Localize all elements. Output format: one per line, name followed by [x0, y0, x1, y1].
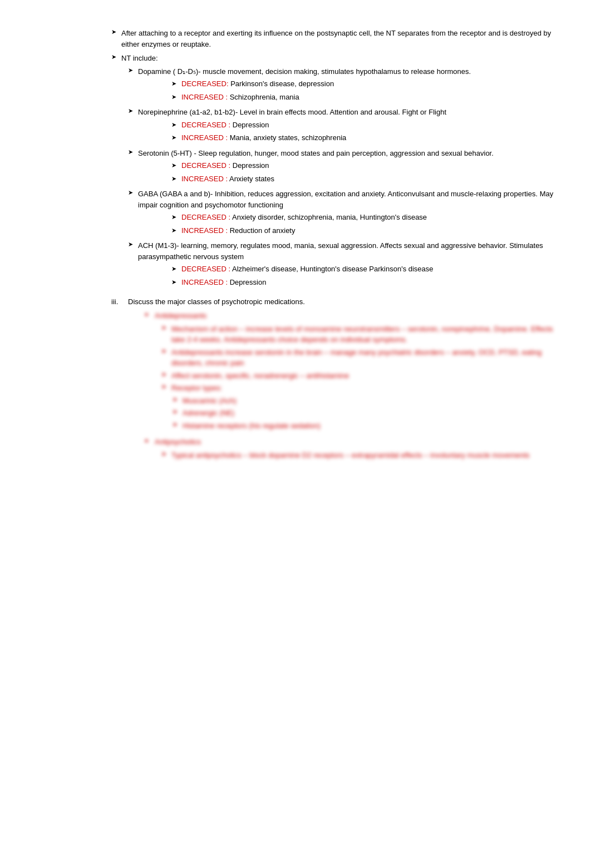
- increased-bullet-s: ➤: [171, 173, 181, 183]
- ach-increased-text: INCREASED : Depression: [181, 277, 558, 288]
- decreased-bullet-g: ➤: [171, 212, 181, 222]
- increased-bullet-n: ➤: [171, 132, 181, 142]
- serotonin-decreased-text: DECREASED : Depression: [181, 160, 558, 171]
- page-content: ➤ After attaching to a receptor and exer…: [0, 17, 591, 473]
- dopamine-bullet: ➤: [128, 66, 138, 74]
- bullet-symbol-2: ➤: [111, 53, 121, 61]
- antidepressants-sub-4: ➤ Receptor types:: [161, 383, 558, 394]
- norepi-bullet: ➤: [128, 107, 138, 115]
- serotonin-decreased: ➤ DECREASED : Depression: [171, 160, 558, 171]
- antidepressants-sub-1: ➤ Mechanism of action – increase levels …: [161, 324, 558, 345]
- ap-sub1-text: Typical antipsychotics – block dopamine …: [171, 450, 558, 461]
- section-iii-label: iii.: [111, 297, 128, 306]
- sub5-text: Muscarinic (Ach): [183, 395, 558, 406]
- dopamine-increased-text: INCREASED : Schizophrenia, mania: [181, 92, 558, 103]
- dopamine-decreased: ➤ DECREASED: Parkinson's disease, depres…: [171, 78, 558, 90]
- serotonin-bullet: ➤: [128, 148, 138, 156]
- antidepressants-sub-3: ➤ Affect serotonin, specific, noradrener…: [161, 370, 558, 381]
- antipsychotics-bullet: ●: [145, 437, 155, 444]
- sub3-bullet: ➤: [161, 370, 171, 378]
- serotonin-text: Serotonin (5-HT) - Sleep regulation, hun…: [138, 148, 558, 187]
- gaba-text: GABA (GABA a and b)- Inhibition, reduces…: [138, 189, 558, 238]
- ap-sub1-bullet: ➤: [161, 450, 171, 458]
- antidepressants-label: Antidepressants: [155, 310, 558, 321]
- norepi-text: Norepinephrine (a1-a2, b1-b2)- Level in …: [138, 107, 558, 146]
- gaba-increased-text: INCREASED : Reduction of anxiety: [181, 225, 558, 236]
- section-iii: iii. Discuss the major classes of psycho…: [111, 297, 558, 306]
- antipsychotics-sub-1: ➤ Typical antipsychotics – block dopamin…: [161, 450, 558, 461]
- serotonin-item: ➤ Serotonin (5-HT) - Sleep regulation, h…: [128, 148, 558, 187]
- sub5-bullet: ➤: [173, 395, 183, 403]
- dopamine-text: Dopamine ( D₁-D₅)- muscle movement, deci…: [138, 66, 558, 105]
- norepi-increased-text: INCREASED : Mania, anxiety states, schiz…: [181, 132, 558, 143]
- gaba-decreased-text: DECREASED : Anxiety disorder, schizophre…: [181, 212, 558, 223]
- gaba-increased: ➤ INCREASED : Reduction of anxiety: [171, 225, 558, 236]
- increased-bullet-g: ➤: [171, 225, 181, 235]
- antipsychotics-header: ● Antipsychotics: [145, 437, 558, 448]
- sub2-bullet: ➤: [161, 347, 171, 355]
- decreased-bullet-n: ➤: [171, 120, 181, 130]
- sub6-text: Adrenergic (NE): [183, 408, 558, 419]
- intro-text-1: After attaching to a receptor and exerti…: [121, 28, 558, 49]
- norepi-decreased-text: DECREASED : Depression: [181, 120, 558, 131]
- antidepressants-sub: ➤ Mechanism of action – increase levels …: [161, 324, 558, 431]
- sub2-text: Antidepressants increase serotonin in th…: [171, 347, 558, 369]
- bullet-symbol: ➤: [111, 28, 121, 36]
- ach-decreased: ➤ DECREASED : Alzheimer's disease, Hunti…: [171, 264, 558, 275]
- gaba-bullet: ➤: [128, 189, 138, 196]
- ach-text: ACH (M1-3)- learning, memory, regulates …: [138, 240, 558, 290]
- gaba-decreased: ➤ DECREASED : Anxiety disorder, schizoph…: [171, 212, 558, 223]
- serotonin-increased-text: INCREASED : Anxiety states: [181, 173, 558, 185]
- antipsychotics-section: ● Antipsychotics ➤ Typical antipsychotic…: [145, 437, 558, 460]
- antidepressants-header: ● Antidepressants: [145, 310, 558, 321]
- ach-decreased-text: DECREASED : Alzheimer's disease, Hunting…: [181, 264, 558, 275]
- sub6-bullet: ➤: [173, 408, 183, 415]
- serotonin-increased: ➤ INCREASED : Anxiety states: [171, 173, 558, 185]
- gaba-item: ➤ GABA (GABA a and b)- Inhibition, reduc…: [128, 189, 558, 238]
- antidepressants-sub-5: ➤ Muscarinic (Ach): [173, 395, 558, 406]
- dopamine-item: ➤ Dopamine ( D₁-D₅)- muscle movement, de…: [128, 66, 558, 105]
- ach-item: ➤ ACH (M1-3)- learning, memory, regulate…: [128, 240, 558, 290]
- antidepressants-sub-6: ➤ Adrenergic (NE): [173, 408, 558, 419]
- antidepressants-sub-2: ➤ Antidepressants increase serotonin in …: [161, 347, 558, 369]
- norepi-increased: ➤ INCREASED : Mania, anxiety states, sch…: [171, 132, 558, 143]
- decreased-bullet-d: ➤: [171, 78, 181, 88]
- sub1-text: Mechanism of action – increase levels of…: [171, 324, 558, 345]
- increased-bullet-d: ➤: [171, 92, 181, 102]
- intro-bullet-1: ➤ After attaching to a receptor and exer…: [111, 28, 558, 49]
- intro-text-2: NT include:: [121, 53, 558, 64]
- norepi-item: ➤ Norepinephrine (a1-a2, b1-b2)- Level i…: [128, 107, 558, 146]
- dopamine-decreased-text: DECREASED: Parkinson's disease, depressi…: [181, 78, 558, 90]
- decreased-bullet-a: ➤: [171, 264, 181, 274]
- increased-bullet-a: ➤: [171, 277, 181, 287]
- antipsychotics-label: Antipsychotics: [155, 437, 558, 448]
- antidepressants-bullet: ●: [145, 310, 155, 318]
- sub3-text: Affect serotonin, specific, noradrenergi…: [171, 370, 558, 381]
- ach-bullet: ➤: [128, 240, 138, 248]
- sub7-text: Histamine receptors (his regulate sedati…: [183, 420, 558, 431]
- sub4-text: Receptor types:: [171, 383, 558, 394]
- sub7-bullet: ➤: [173, 420, 183, 428]
- norepi-decreased: ➤ DECREASED : Depression: [171, 120, 558, 131]
- antidepressants-sub-7: ➤ Histamine receptors (his regulate seda…: [173, 420, 558, 431]
- ach-increased: ➤ INCREASED : Depression: [171, 277, 558, 288]
- decreased-bullet-s: ➤: [171, 160, 181, 170]
- sub1-bullet: ➤: [161, 324, 171, 331]
- dopamine-increased: ➤ INCREASED : Schizophrenia, mania: [171, 92, 558, 103]
- antidepressants-section: ● Antidepressants ➤ Mechanism of action …: [145, 310, 558, 431]
- section-iii-text: Discuss the major classes of psychotropi…: [128, 297, 558, 306]
- sub4-bullet: ➤: [161, 383, 171, 390]
- antipsychotics-sub: ➤ Typical antipsychotics – block dopamin…: [161, 450, 558, 461]
- intro-bullet-2: ➤ NT include:: [111, 53, 558, 64]
